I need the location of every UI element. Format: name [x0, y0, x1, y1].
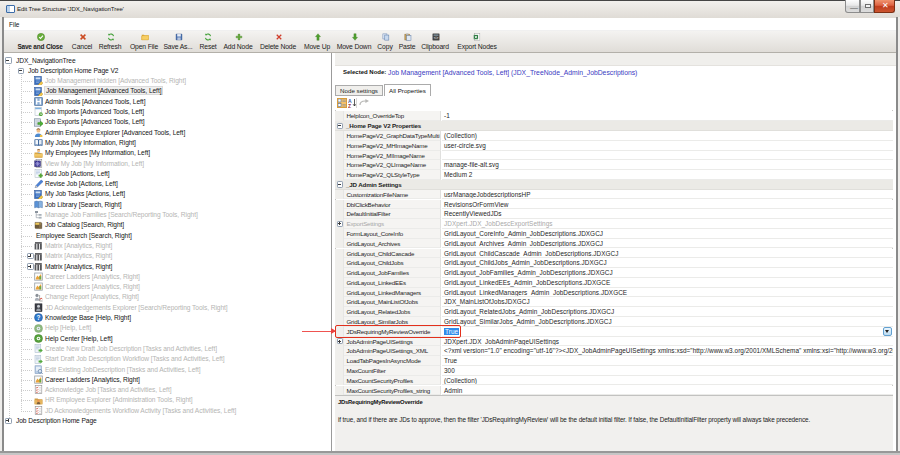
svg-text:?: ? [36, 314, 40, 321]
svg-text:<>: <> [433, 35, 438, 40]
